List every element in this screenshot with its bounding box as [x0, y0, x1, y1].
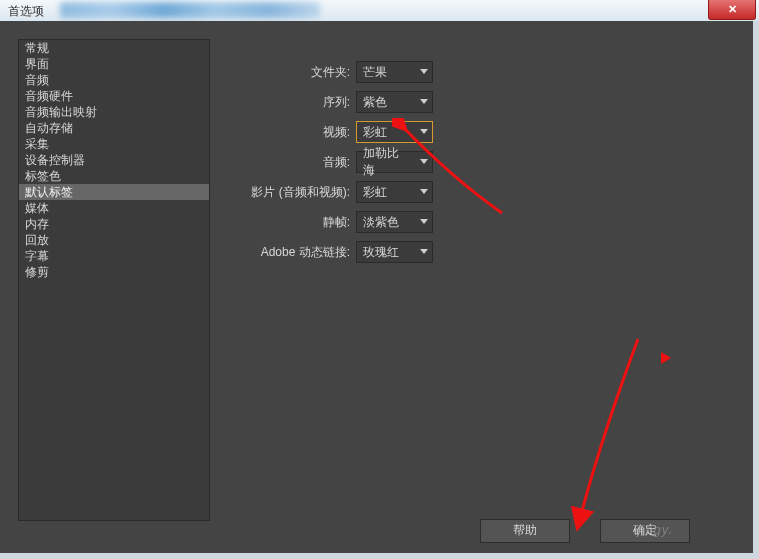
chevron-down-icon	[416, 122, 432, 142]
sidebar-item-0[interactable]: 常规	[19, 40, 209, 56]
dropdown-value-5: 淡紫色	[357, 214, 416, 231]
titlebar: 首选项 ✕	[0, 0, 759, 22]
dropdown-4[interactable]: 彩虹	[356, 181, 433, 203]
dropdown-value-6: 玫瑰红	[357, 244, 416, 261]
dropdown-6[interactable]: 玫瑰红	[356, 241, 433, 263]
form-label-5: 静帧:	[235, 214, 356, 231]
dropdown-3[interactable]: 加勒比海	[356, 151, 433, 173]
chevron-down-icon	[416, 212, 432, 232]
sidebar-item-9[interactable]: 默认标签	[19, 184, 209, 200]
close-icon: ✕	[728, 3, 737, 16]
sidebar-item-14[interactable]: 修剪	[19, 264, 209, 280]
chevron-down-icon	[416, 152, 432, 172]
sidebar-item-5[interactable]: 自动存储	[19, 120, 209, 136]
dropdown-value-1: 紫色	[357, 94, 416, 111]
form-row-5: 静帧:淡紫色	[235, 211, 495, 233]
window-edge-right	[753, 21, 759, 559]
form-row-2: 视频:彩虹	[235, 121, 495, 143]
form-row-4: 影片 (音频和视频):彩虹	[235, 181, 495, 203]
dropdown-value-3: 加勒比海	[357, 145, 416, 179]
sidebar-item-13[interactable]: 字幕	[19, 248, 209, 264]
window-edge-bottom	[0, 553, 759, 559]
sidebar-item-11[interactable]: 内存	[19, 216, 209, 232]
dropdown-5[interactable]: 淡紫色	[356, 211, 433, 233]
form-label-4: 影片 (音频和视频):	[235, 184, 356, 201]
preferences-window: 首选项 ✕ 常规界面音频音频硬件音频输出映射自动存储采集设备控制器标签色默认标签…	[0, 0, 759, 559]
form-row-6: Adobe 动态链接:玫瑰红	[235, 241, 495, 263]
help-button[interactable]: 帮助	[480, 519, 570, 543]
titlebar-blur-decoration	[60, 2, 320, 18]
sidebar-item-4[interactable]: 音频输出映射	[19, 104, 209, 120]
dialog-body: 常规界面音频音频硬件音频输出映射自动存储采集设备控制器标签色默认标签媒体内存回放…	[0, 21, 759, 559]
sidebar-item-3[interactable]: 音频硬件	[19, 88, 209, 104]
form-label-1: 序列:	[235, 94, 356, 111]
dropdown-value-0: 芒果	[357, 64, 416, 81]
sidebar-item-6[interactable]: 采集	[19, 136, 209, 152]
close-button[interactable]: ✕	[708, 0, 756, 20]
watermark-text: jingy.	[638, 522, 673, 537]
chevron-down-icon	[416, 242, 432, 262]
form-label-2: 视频:	[235, 124, 356, 141]
dropdown-2[interactable]: 彩虹	[356, 121, 433, 143]
form-label-6: Adobe 动态链接:	[235, 244, 356, 261]
dropdown-0[interactable]: 芒果	[356, 61, 433, 83]
dropdown-value-4: 彩虹	[357, 184, 416, 201]
sidebar-item-1[interactable]: 界面	[19, 56, 209, 72]
form-label-3: 音频:	[235, 154, 356, 171]
form-label-0: 文件夹:	[235, 64, 356, 81]
form-row-0: 文件夹:芒果	[235, 61, 495, 83]
chevron-down-icon	[416, 62, 432, 82]
chevron-down-icon	[416, 92, 432, 112]
window-title: 首选项	[8, 3, 44, 20]
form-panel: 文件夹:芒果序列:紫色视频:彩虹音频:加勒比海影片 (音频和视频):彩虹静帧:淡…	[235, 61, 495, 271]
chevron-down-icon	[416, 182, 432, 202]
sidebar-item-7[interactable]: 设备控制器	[19, 152, 209, 168]
sidebar-item-8[interactable]: 标签色	[19, 168, 209, 184]
annotation-triangle	[661, 352, 671, 364]
sidebar-item-2[interactable]: 音频	[19, 72, 209, 88]
form-row-3: 音频:加勒比海	[235, 151, 495, 173]
dropdown-1[interactable]: 紫色	[356, 91, 433, 113]
sidebar-item-12[interactable]: 回放	[19, 232, 209, 248]
category-list[interactable]: 常规界面音频音频硬件音频输出映射自动存储采集设备控制器标签色默认标签媒体内存回放…	[18, 39, 210, 521]
dropdown-value-2: 彩虹	[357, 124, 416, 141]
form-row-1: 序列:紫色	[235, 91, 495, 113]
sidebar-item-10[interactable]: 媒体	[19, 200, 209, 216]
